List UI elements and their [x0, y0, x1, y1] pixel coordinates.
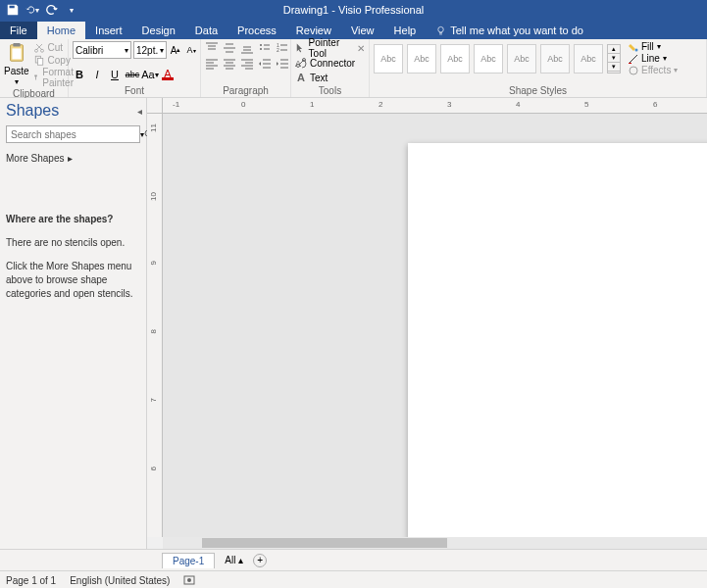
- text-icon: A: [295, 72, 307, 83]
- copy-label: Copy: [48, 55, 71, 66]
- tab-design[interactable]: Design: [132, 22, 185, 39]
- title-bar: ▾ ▾ Drawing1 - Visio Professional: [0, 0, 707, 20]
- drawing-page[interactable]: [408, 143, 707, 537]
- help-text-1: There are no stencils open.: [6, 236, 140, 250]
- tools-title: Tools: [295, 85, 365, 97]
- style-preset-7[interactable]: Abc: [574, 44, 603, 74]
- tell-me-search[interactable]: Tell me what you want to do: [426, 22, 593, 39]
- connector-tool-button[interactable]: Connector: [295, 56, 355, 70]
- shapes-help: Where are the shapes? There are no stenc…: [6, 213, 140, 301]
- styles-title: Shape Styles: [374, 85, 702, 97]
- style-preset-3[interactable]: Abc: [440, 44, 470, 74]
- font-size-select[interactable]: 12pt.▾: [133, 41, 167, 59]
- bold-button[interactable]: B: [73, 67, 86, 82]
- tab-file[interactable]: File: [0, 22, 37, 39]
- window-title: Drawing1 - Visio Professional: [283, 4, 424, 16]
- style-preset-5[interactable]: Abc: [507, 44, 536, 74]
- qat-customize-icon[interactable]: ▾: [65, 3, 78, 17]
- help-text-2: Click the More Shapes menu above to brow…: [6, 260, 140, 301]
- style-preset-1[interactable]: Abc: [374, 44, 403, 74]
- horizontal-scrollbar[interactable]: [147, 537, 707, 549]
- tell-me-label: Tell me what you want to do: [450, 24, 583, 36]
- language-indicator[interactable]: English (United States): [70, 575, 170, 586]
- cut-label: Cut: [48, 42, 64, 53]
- effects-label: Effects: [641, 65, 671, 75]
- numbering-icon[interactable]: 12: [276, 41, 289, 55]
- horizontal-ruler[interactable]: -10123456: [163, 98, 707, 114]
- search-input[interactable]: [7, 126, 139, 142]
- group-shape-styles: Abc Abc Abc Abc Abc Abc Abc ▴▾▾ Fill▾ Li…: [370, 39, 707, 97]
- bullets-icon[interactable]: [258, 41, 272, 55]
- underline-button[interactable]: U: [108, 67, 122, 82]
- align-center-icon[interactable]: [223, 57, 236, 71]
- canvas-container: -10123456 11109876: [147, 98, 707, 549]
- shrink-font-button[interactable]: A▾: [184, 41, 198, 59]
- style-preset-2[interactable]: Abc: [407, 44, 436, 74]
- style-preset-6[interactable]: Abc: [540, 44, 570, 74]
- svg-point-9: [260, 48, 262, 50]
- all-label: All: [225, 555, 235, 565]
- pointer-tool-button[interactable]: Pointer Tool✕: [295, 41, 365, 55]
- line-button[interactable]: Line▾: [629, 53, 678, 64]
- tab-help[interactable]: Help: [384, 22, 427, 39]
- collapse-panel-icon[interactable]: ◂: [137, 106, 142, 117]
- font-color-button[interactable]: A: [161, 67, 175, 82]
- font-name-value: Calibri: [76, 45, 103, 56]
- bucket-icon: [629, 42, 638, 52]
- decrease-indent-icon[interactable]: [258, 57, 272, 71]
- canvas-viewport[interactable]: [163, 114, 707, 537]
- svg-rect-3: [12, 48, 21, 59]
- style-preset-4[interactable]: Abc: [474, 44, 503, 74]
- italic-button[interactable]: I: [90, 67, 104, 82]
- font-title: Font: [73, 85, 196, 97]
- page-indicator[interactable]: Page 1 of 1: [6, 575, 56, 586]
- vertical-ruler[interactable]: 11109876: [147, 114, 163, 537]
- shape-search[interactable]: ▾: [6, 125, 140, 143]
- tab-process[interactable]: Process: [227, 22, 286, 39]
- close-icon[interactable]: ✕: [357, 43, 365, 54]
- tab-data[interactable]: Data: [185, 22, 227, 39]
- group-paragraph: 12 A Paragraph: [201, 39, 291, 97]
- text-label: Text: [310, 73, 328, 83]
- all-pages-button[interactable]: All ▴: [225, 555, 243, 565]
- grow-font-button[interactable]: A▴: [169, 41, 182, 59]
- align-top-icon[interactable]: [205, 41, 219, 55]
- increase-indent-icon[interactable]: [276, 57, 289, 71]
- redo-icon[interactable]: [45, 3, 59, 17]
- scroll-thumb[interactable]: [202, 538, 447, 548]
- svg-text:2: 2: [277, 47, 279, 53]
- undo-icon[interactable]: ▾: [25, 3, 39, 17]
- font-size-value: 12pt.: [136, 45, 158, 56]
- macro-record-icon[interactable]: [183, 574, 195, 588]
- connector-label: Connector: [310, 58, 355, 69]
- svg-text:A: A: [297, 72, 305, 83]
- font-name-select[interactable]: Calibri▾: [73, 41, 131, 59]
- brush-icon: [33, 72, 40, 83]
- status-bar: Page 1 of 1 English (United States): [0, 570, 707, 588]
- align-right-icon[interactable]: [240, 57, 254, 71]
- page-tab-1[interactable]: Page-1: [162, 553, 215, 568]
- more-shapes-menu[interactable]: More Shapes▸: [6, 153, 140, 164]
- effects-button[interactable]: Effects▾: [629, 65, 678, 75]
- align-left-icon[interactable]: [205, 57, 219, 71]
- shapes-title: Shapes: [6, 102, 140, 120]
- add-page-button[interactable]: +: [253, 554, 267, 567]
- strike-button[interactable]: abc: [126, 67, 139, 82]
- paste-button[interactable]: Paste ▾: [4, 41, 29, 86]
- connector-icon: [295, 57, 307, 69]
- copy-icon: [33, 54, 45, 66]
- ruler-corner: [147, 98, 163, 114]
- align-bottom-icon[interactable]: [240, 41, 254, 55]
- tab-insert[interactable]: Insert: [85, 22, 132, 39]
- fill-button[interactable]: Fill▾: [629, 41, 678, 52]
- svg-point-16: [635, 48, 638, 51]
- save-icon[interactable]: [6, 3, 20, 17]
- align-middle-icon[interactable]: [223, 41, 236, 55]
- text-tool-button[interactable]: AText: [295, 71, 328, 84]
- change-case-button[interactable]: Aa▾: [143, 67, 157, 82]
- styles-more-button[interactable]: ▴▾▾: [607, 44, 621, 74]
- svg-rect-7: [37, 59, 42, 66]
- ribbon-tabs: File Home Insert Design Data Process Rev…: [0, 20, 707, 39]
- tab-home[interactable]: Home: [37, 22, 85, 39]
- cut-icon: [33, 41, 45, 53]
